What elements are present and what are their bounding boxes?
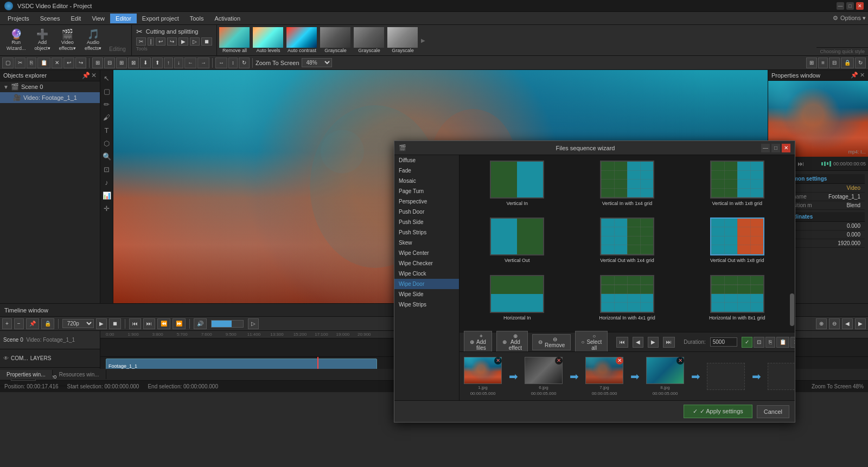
flip-v-btn[interactable]: ↕ [228,57,238,68]
tl-lock-btn[interactable]: 🔒 [41,318,54,329]
thumb-horizontal-in-8[interactable]: Horizontal In with 8x1 grid [685,275,789,327]
pin-icon[interactable]: 📌 [82,72,90,79]
apply-check-btn[interactable]: ✓ [742,337,752,348]
thumb-vertical-in-4[interactable]: Vertical In with 1x4 grid [575,161,680,212]
audio-icon[interactable]: ♪ [101,176,113,188]
up-btn[interactable]: ↑ [164,57,173,68]
media-close-1[interactable]: ✕ [494,357,502,364]
duration-input[interactable] [710,337,737,347]
expand-filters-btn[interactable]: ▶ [421,37,425,43]
thumbnail-scrollbar[interactable] [789,293,795,330]
distribute-btn[interactable]: ⊠ [128,57,139,68]
effect-wipecenter[interactable]: Wipe Center [394,248,459,258]
group-btn[interactable]: ⊞ [92,57,103,68]
media-close-2[interactable]: ✕ [555,357,563,364]
audio-effects-button[interactable]: 🎵 Audio effects▾ [81,28,105,52]
tl-start-btn[interactable]: ⏪ [157,318,170,329]
tl-prev-frame-btn[interactable]: ⏮ [129,318,141,329]
paste-effect-btn[interactable]: 📋 [776,337,789,348]
grayscale1-filter[interactable]: Grayscale [320,27,350,53]
effect-diffuse[interactable]: Diffuse [394,155,459,165]
menu-editor[interactable]: Editor [110,14,137,23]
apply-settings-button[interactable]: ✓ ✓ Apply settings [684,405,752,418]
effect-pushdoor[interactable]: Push Door [394,207,459,217]
chart-icon[interactable]: 📊 [101,189,113,201]
view-detail-btn[interactable]: ⊟ [829,57,840,68]
menu-scenes[interactable]: Scenes [35,14,66,23]
footage-clip[interactable]: Footage_1_1 [106,359,377,369]
maximize-button[interactable]: □ [846,2,854,10]
auto-contrast-filter[interactable]: Auto contrast [286,27,317,53]
props-pin-icon[interactable]: 📌 [851,72,858,79]
refresh-btn[interactable]: ↻ [855,57,866,68]
effect-pushstrips[interactable]: Push Strips [394,227,459,238]
effect-skew[interactable]: Skew [394,238,459,248]
thumb-vertical-in[interactable]: Vertical In [465,161,570,212]
thumb-horizontal-in-4[interactable]: Horizontal In with 4x1 grid [575,275,680,327]
cut-btn[interactable]: ✂ [15,57,25,68]
flip-h-btn[interactable]: ↔ [215,57,227,68]
effect-wipestrips[interactable]: Wipe Strips [394,299,459,310]
del-effect-btn[interactable]: ✕ [790,337,795,348]
menu-export[interactable]: Export project [137,14,184,23]
prev-btn[interactable]: ◀ [633,337,643,348]
scene-tree-item[interactable]: ▼ 🎬 Scene 0 [0,81,100,92]
cut-tool-btn[interactable]: ✂ [136,37,146,46]
effect-wipeclock[interactable]: Wipe Clock [394,268,459,279]
align-btn[interactable]: ⊞ [116,57,127,68]
split-tool-btn[interactable]: | [148,37,155,46]
down-btn[interactable]: ↓ [174,57,183,68]
add-object-button[interactable]: ➕ Add object▾ [31,28,54,52]
skip-prev-btn[interactable]: ⏮ [616,337,628,348]
delete-btn[interactable]: ✕ [52,57,62,68]
run-wizard-button[interactable]: 🔮 Run Wizard... [3,28,29,52]
thumb-vertical-out-8[interactable]: Vertical Out with 1x8 grid [685,217,789,269]
effect-wipeside[interactable]: Wipe Side [394,289,459,299]
right-btn[interactable]: → [197,57,209,68]
send-back-btn[interactable]: ⬇ [140,57,151,68]
left-btn[interactable]: ← [184,57,196,68]
select-all-btn[interactable]: ▢ [2,57,14,68]
select-tool-icon[interactable]: ▢ [101,85,113,97]
tl-next-frame-btn[interactable]: ⏭ [143,318,155,329]
grayscale2-filter[interactable]: Grayscale [354,27,384,53]
view-options-btn[interactable]: ⊞ [806,57,817,68]
rotate-btn[interactable]: ↻ [239,57,250,68]
menu-edit[interactable]: Edit [65,14,86,23]
copy-btn[interactable]: ⎘ [27,57,36,68]
tl-play-btn[interactable]: ▶ [96,318,107,329]
remove-all-filter[interactable]: Remove all [219,27,250,53]
playhead[interactable] [317,357,318,369]
grayscale3-filter[interactable]: Grayscale [387,27,418,53]
eye-icon[interactable]: 👁 [3,355,9,361]
skip-next-btn[interactable]: ⏭ [663,337,675,348]
menu-view[interactable]: View [86,14,110,23]
menu-projects[interactable]: Projects [2,14,35,23]
crop-tool-icon[interactable]: ⊡ [101,163,113,175]
menu-activation[interactable]: Activation [209,14,246,23]
minimize-button[interactable]: — [837,2,844,10]
wizard-maximize-btn[interactable]: □ [771,144,780,152]
shape-tool-icon[interactable]: ⬡ [101,137,113,149]
tl-del-btn[interactable]: − [14,318,24,329]
pen-tool-icon[interactable]: ✏ [101,98,113,110]
auto-levels-filter[interactable]: Auto levels [253,27,283,53]
volume-slider[interactable] [211,320,244,328]
move-icon[interactable]: ✛ [101,202,113,214]
lock-btn[interactable]: 🔒 [841,57,854,68]
effect-mosaic[interactable]: Mosaic [394,176,459,186]
media-close-4[interactable]: ✕ [676,357,684,364]
text-tool-icon[interactable]: T [101,124,113,136]
zoom-tool-icon[interactable]: 🔍 [101,150,113,162]
crop-tool2-btn[interactable]: ⊡ [754,337,764,348]
add-effect-button[interactable]: ⊕ ⊕ Add effect [496,331,528,353]
paste-btn[interactable]: 📋 [37,57,50,68]
play-btn[interactable]: ▷ [190,37,200,46]
tl-more-btn[interactable]: ▷ [248,318,259,329]
effect-perspective[interactable]: Perspective [394,196,459,207]
redo-btn[interactable]: ↪ [167,37,177,46]
pointer-tool-icon[interactable]: ↖ [101,72,113,84]
effect-wipechecker[interactable]: Wipe Checker [394,258,459,268]
wizard-close-btn[interactable]: ✕ [782,144,790,152]
undo-btn[interactable]: ↩ [156,37,165,46]
